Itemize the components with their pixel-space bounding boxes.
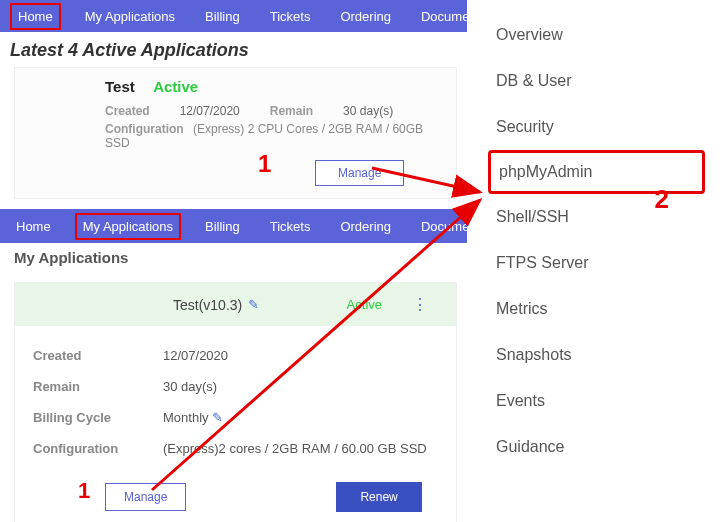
sidebar-item-security[interactable]: Security <box>488 104 705 150</box>
nav1-home[interactable]: Home <box>10 3 61 30</box>
sidebar-item-shell[interactable]: Shell/SSH <box>488 194 705 240</box>
nav1-docs[interactable]: Documenta <box>415 3 467 30</box>
sidebar-item-phpmyadmin[interactable]: phpMyAdmin <box>488 150 705 194</box>
created-value: 12/07/2020 <box>180 104 240 118</box>
config-label-2: Configuration <box>33 441 163 456</box>
sidebar-item-dbuser[interactable]: DB & User <box>488 58 705 104</box>
app-status-2: Active <box>347 297 382 312</box>
app-card-test: Test Active Created 12/07/2020 Remain 30… <box>14 67 457 199</box>
cycle-label: Billing Cycle <box>33 410 163 425</box>
top-nav-2: Home My Applications Billing Tickets Ord… <box>0 209 467 243</box>
app-name: Test <box>105 78 135 95</box>
nav1-myapps[interactable]: My Applications <box>79 3 181 30</box>
cycle-value: Monthly ✎ <box>163 410 223 425</box>
sidebar-item-snapshots[interactable]: Snapshots <box>488 332 705 378</box>
nav2-myapps[interactable]: My Applications <box>75 213 181 240</box>
nav2-billing[interactable]: Billing <box>199 213 246 240</box>
more-menu-icon[interactable]: ⋮ <box>412 295 428 314</box>
manage-button-2[interactable]: Manage <box>105 483 186 511</box>
manage-button-1[interactable]: Manage <box>315 160 404 186</box>
sidebar-item-ftps[interactable]: FTPS Server <box>488 240 705 286</box>
edit-cycle-icon[interactable]: ✎ <box>212 410 223 425</box>
app-card-detail: Test(v10.3) ✎ Active ⋮ Created12/07/2020… <box>14 282 457 522</box>
sidebar-item-guidance[interactable]: Guidance <box>488 424 705 470</box>
section-title-latest: Latest 4 Active Applications <box>10 40 467 61</box>
sidebar-item-events[interactable]: Events <box>488 378 705 424</box>
app-title: Test(v10.3) <box>173 297 242 313</box>
nav1-billing[interactable]: Billing <box>199 3 246 30</box>
section-title-myapps: My Applications <box>14 249 467 266</box>
nav1-tickets[interactable]: Tickets <box>264 3 317 30</box>
nav2-home[interactable]: Home <box>10 213 57 240</box>
sidebar-item-metrics[interactable]: Metrics <box>488 286 705 332</box>
nav2-tickets[interactable]: Tickets <box>264 213 317 240</box>
renew-button[interactable]: Renew <box>336 482 421 512</box>
sidebar-item-overview[interactable]: Overview <box>488 12 705 58</box>
remain-value: 30 day(s) <box>343 104 393 118</box>
edit-icon[interactable]: ✎ <box>248 297 259 312</box>
nav2-docs[interactable]: Documenta <box>415 213 467 240</box>
config-label: Configuration <box>105 122 184 136</box>
nav2-ordering[interactable]: Ordering <box>334 213 397 240</box>
config-value-2: (Express)2 cores / 2GB RAM / 60.00 GB SS… <box>163 441 427 456</box>
card-header: Test(v10.3) ✎ Active ⋮ <box>15 283 456 326</box>
remain-label-2: Remain <box>33 379 163 394</box>
nav1-ordering[interactable]: Ordering <box>334 3 397 30</box>
app-status: Active <box>153 78 198 95</box>
created-value-2: 12/07/2020 <box>163 348 228 363</box>
top-nav-1: Home My Applications Billing Tickets Ord… <box>0 0 467 32</box>
manage-sidebar: Overview DB & User Security phpMyAdmin S… <box>467 0 725 522</box>
created-label-2: Created <box>33 348 163 363</box>
created-label: Created <box>105 104 150 118</box>
remain-label: Remain <box>270 104 313 118</box>
remain-value-2: 30 day(s) <box>163 379 217 394</box>
